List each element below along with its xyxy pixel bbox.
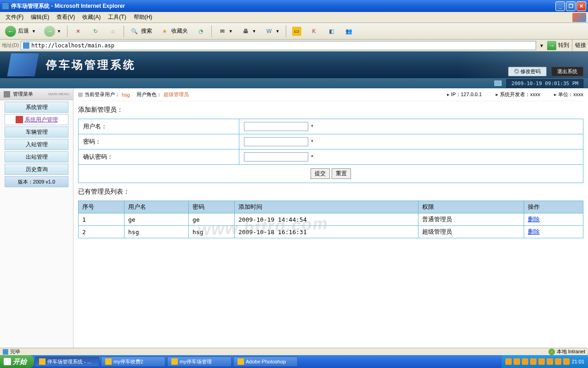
go-label[interactable]: 转到: [558, 41, 569, 49]
address-bar: 地址(D) http://localhost/main.asp ▾ → 转到 链…: [0, 40, 588, 52]
window-title: 停车场管理系统 - Microsoft Internet Explorer: [11, 2, 555, 10]
address-input[interactable]: http://localhost/main.asp: [21, 41, 536, 50]
window-titlebar: 停车场管理系统 - Microsoft Internet Explorer _ …: [0, 0, 588, 12]
history-button[interactable]: ◔: [193, 25, 209, 37]
minimize-button[interactable]: _: [555, 1, 565, 11]
favorites-button[interactable]: ★收藏夹: [157, 25, 191, 37]
ie-icon: [2, 2, 9, 10]
home-button[interactable]: ⌂: [105, 25, 121, 37]
address-label: 地址(D): [2, 42, 19, 49]
address-url: http://localhost/main.asp: [31, 42, 114, 49]
extra3-button[interactable]: ◧: [324, 25, 339, 37]
maximize-button[interactable]: ❐: [566, 1, 576, 11]
print-button[interactable]: 🖶▼: [238, 25, 260, 37]
links-label[interactable]: 链接: [575, 41, 586, 49]
search-button[interactable]: 🔍搜索: [127, 25, 155, 37]
menu-bar: 文件(F) 编辑(E) 查看(V) 收藏(A) 工具(T) 帮助(H): [0, 12, 588, 23]
toolbar: ←后退▼ →▼ ✕ ↻ ⌂ 🔍搜索 ★收藏夹 ◔ ✉▼ 🖶▼ W▼ ▭ K ◧ …: [0, 23, 588, 40]
back-button[interactable]: ←后退▼: [2, 24, 39, 38]
menu-edit[interactable]: 编辑(E): [27, 12, 53, 22]
menu-help[interactable]: 帮助(H): [130, 12, 156, 22]
address-dropdown[interactable]: ▾: [538, 42, 545, 49]
mail-button[interactable]: ✉▼: [215, 25, 236, 37]
menu-file[interactable]: 文件(F): [2, 12, 27, 22]
messenger-button[interactable]: 👥: [341, 25, 357, 37]
refresh-button[interactable]: ↻: [88, 25, 103, 37]
edit-button[interactable]: W▼: [261, 25, 283, 37]
extra1-button[interactable]: ▭: [289, 25, 305, 37]
menu-favorites[interactable]: 收藏(A): [79, 12, 104, 22]
page-icon: [23, 42, 29, 49]
stop-button[interactable]: ✕: [70, 25, 86, 37]
forward-button[interactable]: →▼: [41, 24, 64, 38]
extra2-button[interactable]: K: [306, 25, 322, 37]
menu-view[interactable]: 查看(V): [53, 12, 79, 22]
go-button[interactable]: →: [547, 41, 556, 50]
ie-logo-icon: [572, 13, 586, 22]
menu-tools[interactable]: 工具(T): [104, 12, 130, 22]
close-button[interactable]: ✕: [577, 1, 586, 11]
